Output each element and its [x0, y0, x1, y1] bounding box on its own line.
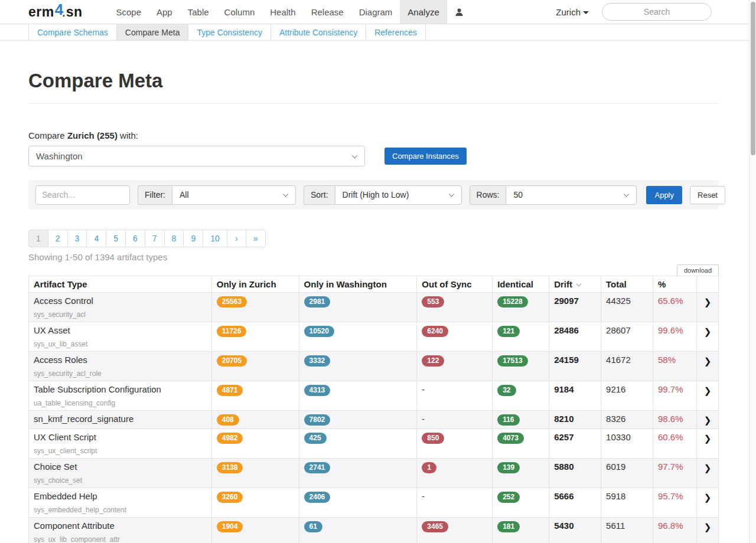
col-header-out-of-sync[interactable]: Out of Sync — [417, 276, 493, 293]
top-navbar: erm4.sn ScopeAppTableColumnHealthRelease… — [0, 0, 756, 24]
only-in-washington-badge: 4313 — [304, 385, 331, 396]
row-expand-chevron[interactable]: ❯ — [696, 352, 718, 381]
identical-badge: 116 — [497, 414, 519, 426]
subnav-item-compare-meta[interactable]: Compare Meta — [117, 24, 189, 40]
percent-value: 98.6% — [653, 411, 696, 429]
download-button[interactable]: download — [677, 264, 719, 276]
col-header-percent[interactable]: % — [653, 276, 696, 293]
row-expand-chevron[interactable]: ❯ — [696, 322, 718, 352]
drift-value: 5430 — [549, 518, 601, 543]
identical-badge: 121 — [497, 326, 520, 337]
page-link[interactable]: » — [246, 230, 266, 247]
scrollbar-thumb[interactable] — [751, 2, 755, 155]
page-link[interactable]: 1 — [28, 230, 48, 247]
percent-value: 58% — [653, 352, 696, 381]
subnav-item-references[interactable]: References — [366, 24, 426, 40]
page-link[interactable]: › — [227, 230, 246, 247]
artifact-key: sys_security_acl — [34, 310, 207, 319]
row-expand-chevron[interactable]: ❯ — [696, 411, 718, 429]
nav-item-table[interactable]: Table — [180, 0, 217, 24]
target-instance-value: Washington — [36, 151, 83, 161]
artifact-name: Embedded Help — [34, 491, 207, 502]
artifact-name: Component Attribute — [34, 521, 207, 531]
reset-button[interactable]: Reset — [690, 186, 725, 204]
table-search-input[interactable] — [35, 185, 130, 205]
page-link[interactable]: 5 — [106, 230, 126, 247]
filter-select[interactable]: All — [172, 185, 296, 205]
row-expand-chevron[interactable]: ❯ — [696, 518, 718, 543]
percent-value: 96.8% — [653, 518, 696, 543]
subnav-item-type-consistency[interactable]: Type Consistency — [188, 24, 271, 40]
apply-button[interactable]: Apply — [646, 186, 682, 204]
chevron-down-icon — [448, 191, 454, 197]
page-link[interactable]: 3 — [67, 230, 87, 247]
analyze-subnav: Compare SchemasCompare MetaType Consiste… — [0, 24, 756, 41]
artifact-name: Choice Set — [34, 462, 207, 472]
compare-instances-button[interactable]: Compare Instances — [384, 148, 467, 165]
nav-item-app[interactable]: App — [149, 0, 180, 24]
page-link[interactable]: 9 — [183, 230, 203, 247]
instance-dropdown-label: Zurich — [556, 7, 581, 17]
page-link[interactable]: 6 — [125, 230, 145, 247]
nav-item-diagram[interactable]: Diagram — [351, 0, 400, 24]
rows-select[interactable]: 50 — [506, 185, 637, 205]
only-in-washington-badge: 61 — [304, 521, 322, 532]
drift-value: 5880 — [549, 459, 601, 488]
page-link[interactable]: 10 — [203, 230, 227, 247]
subnav-item-attribute-consistency[interactable]: Attribute Consistency — [271, 24, 366, 40]
page-link[interactable]: 2 — [48, 230, 68, 247]
subnav-item-compare-schemas[interactable]: Compare Schemas — [28, 24, 117, 40]
col-header-actions — [696, 276, 718, 293]
nav-item-scope[interactable]: Scope — [108, 0, 149, 24]
nav-item-health[interactable]: Health — [262, 0, 303, 24]
nav-item-column[interactable]: Column — [217, 0, 263, 24]
row-expand-chevron[interactable]: ❯ — [696, 488, 718, 518]
drift-value: 6257 — [549, 429, 601, 459]
nav-item-release[interactable]: Release — [304, 0, 351, 24]
identical-badge: 17513 — [497, 355, 527, 367]
app-logo[interactable]: erm4.sn — [28, 0, 82, 24]
out-of-sync-badge: 6240 — [422, 326, 448, 337]
col-header-identical[interactable]: Identical — [493, 276, 549, 293]
page-link[interactable]: 8 — [164, 230, 184, 247]
total-value: 28607 — [601, 322, 653, 352]
drift-header-label: Drift — [554, 279, 572, 289]
percent-value: 95.7% — [653, 488, 696, 518]
total-value: 6019 — [601, 459, 653, 488]
col-header-drift[interactable]: Drift — [549, 276, 601, 293]
total-value: 5918 — [601, 488, 653, 518]
col-header-total[interactable]: Total — [601, 276, 653, 293]
user-menu-button[interactable] — [447, 0, 471, 24]
table-row: Access Roles sys_security_acl_role 20705… — [29, 352, 719, 381]
col-header-only-in-zurich[interactable]: Only in Zurich — [211, 276, 299, 293]
instance-dropdown[interactable]: Zurich — [556, 7, 589, 17]
target-instance-select[interactable]: Washington — [28, 146, 365, 166]
row-expand-chevron[interactable]: ❯ — [696, 429, 718, 459]
drift-value: 8210 — [549, 411, 601, 429]
caret-down-icon — [583, 11, 589, 14]
artifact-key: sys_embedded_help_content — [34, 506, 207, 514]
chevron-down-icon — [283, 191, 289, 197]
only-in-zurich-badge: 20705 — [217, 355, 247, 367]
artifact-key: sys_ux_lib_component_attr — [34, 535, 207, 543]
total-value: 9216 — [601, 381, 653, 411]
identical-badge: 15228 — [497, 296, 527, 308]
col-header-artifact-type[interactable]: Artifact Type — [29, 276, 212, 293]
row-expand-chevron[interactable]: ❯ — [696, 381, 718, 411]
only-in-washington-badge: 3332 — [304, 355, 331, 367]
page-link[interactable]: 4 — [86, 230, 106, 247]
sort-select[interactable]: Drift (High to Low) — [335, 185, 462, 205]
col-header-only-in-washington[interactable]: Only in Washington — [299, 276, 417, 293]
table-header-row: Artifact Type Only in Zurich Only in Was… — [29, 276, 719, 293]
global-search-input[interactable] — [602, 3, 712, 21]
page-title: Compare Meta — [28, 71, 719, 91]
pagination: 12345678910›» — [28, 230, 266, 247]
row-expand-chevron[interactable]: ❯ — [696, 293, 718, 322]
logo-text-post: sn — [66, 4, 83, 20]
total-value: 8326 — [601, 411, 653, 429]
page-link[interactable]: 7 — [145, 230, 165, 247]
only-in-washington-badge: 10520 — [304, 326, 334, 337]
percent-value: 99.7% — [653, 381, 696, 411]
nav-item-analyze[interactable]: Analyze — [400, 0, 447, 24]
row-expand-chevron[interactable]: ❯ — [696, 459, 718, 488]
